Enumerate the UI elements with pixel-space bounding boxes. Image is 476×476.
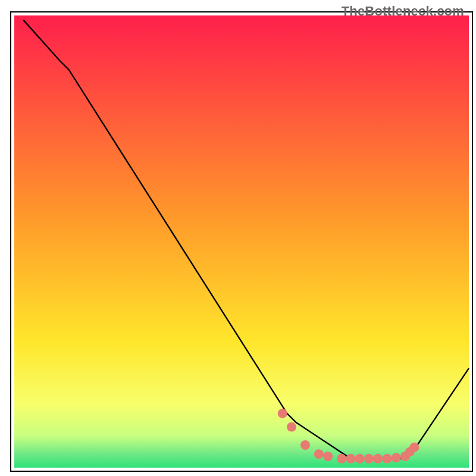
marker-dot — [314, 449, 324, 459]
marker-dot — [364, 454, 374, 464]
marker-dot — [287, 422, 296, 432]
marker-dot — [383, 454, 392, 464]
marker-dot — [337, 454, 346, 464]
marker-dot — [409, 443, 419, 452]
marker-dot — [278, 409, 287, 418]
plot-area — [11, 12, 472, 471]
marker-dot — [355, 454, 365, 464]
watermark-text: TheBottleneck.com — [342, 4, 464, 19]
marker-dot — [346, 454, 355, 464]
marker-dot — [323, 452, 333, 461]
marker-dot — [300, 440, 310, 450]
marker-dot — [392, 453, 401, 462]
bottleneck-chart: TheBottleneck.com — [0, 0, 476, 476]
marker-dot — [373, 454, 383, 464]
chart-svg — [0, 0, 476, 476]
gradient-bg — [14, 15, 469, 468]
